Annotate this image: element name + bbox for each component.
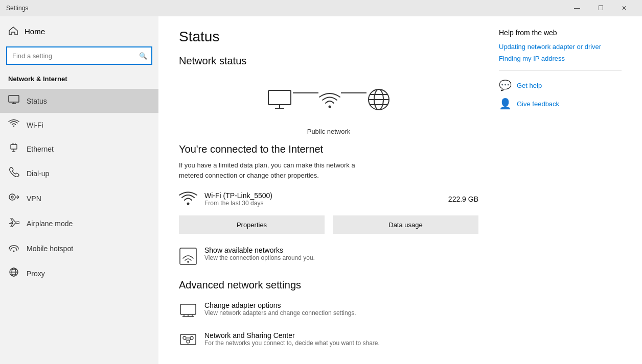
sidebar-item-dialup-label: Dial-up xyxy=(27,169,49,178)
svg-point-23 xyxy=(329,106,331,108)
help-title: Help from the web xyxy=(499,29,622,37)
proxy-nav-icon xyxy=(8,267,19,280)
sidebar-item-wifi-label: Wi-Fi xyxy=(27,121,43,129)
svg-point-29 xyxy=(187,203,190,205)
ethernet-nav-icon xyxy=(8,143,19,155)
adv-sharing-desc: For the networks you connect to, decide … xyxy=(204,339,380,347)
action-buttons: Properties Data usage xyxy=(179,215,478,234)
wifi-data: 222.9 GB xyxy=(448,195,478,203)
computer-icon xyxy=(266,89,293,111)
properties-button[interactable]: Properties xyxy=(179,215,325,234)
wifi-row-left: Wi-Fi (TP-Link_5500) From the last 30 da… xyxy=(179,190,272,207)
close-button[interactable]: ✕ xyxy=(612,0,636,16)
restore-button[interactable]: ❐ xyxy=(589,0,612,16)
show-networks-title: Show available networks xyxy=(204,246,315,254)
sidebar: Home 🔍 Network & Internet Status xyxy=(0,16,158,364)
show-networks-text: Show available networks View the connect… xyxy=(204,246,315,261)
page-title: Status xyxy=(179,29,478,45)
svg-point-39 xyxy=(190,336,193,339)
wifi-info: Wi-Fi (TP-Link_5500) From the last 30 da… xyxy=(204,191,272,207)
get-help-action[interactable]: 💬 Get help xyxy=(499,79,622,91)
status-icon xyxy=(8,95,19,107)
wifi-name: Wi-Fi (TP-Link_5500) xyxy=(204,191,272,200)
sidebar-item-wifi[interactable]: Wi-Fi xyxy=(0,113,158,137)
sidebar-item-ethernet-label: Ethernet xyxy=(27,145,54,153)
sidebar-item-dialup[interactable]: Dial-up xyxy=(0,161,158,186)
svg-line-43 xyxy=(189,339,191,341)
sidebar-item-vpn-label: VPN xyxy=(27,195,41,203)
search-input[interactable] xyxy=(6,46,152,65)
titlebar: Settings — ❐ ✕ xyxy=(0,0,642,16)
airplane-nav-icon xyxy=(8,217,19,230)
svg-point-38 xyxy=(183,336,186,339)
show-networks-desc: View the connection options around you. xyxy=(204,254,315,261)
globe-icon xyxy=(366,87,391,113)
sidebar-item-status-label: Status xyxy=(27,97,47,105)
svg-rect-32 xyxy=(180,304,196,314)
wifi-row: Wi-Fi (TP-Link_5500) From the last 30 da… xyxy=(179,190,478,207)
vpn-nav-icon xyxy=(8,192,19,205)
titlebar-controls: — ❐ ✕ xyxy=(565,0,636,16)
show-networks-icon xyxy=(179,247,197,267)
svg-point-31 xyxy=(187,261,189,263)
adv-item-sharing[interactable]: Network and Sharing Center For the netwo… xyxy=(179,331,478,351)
content-main: Status Network status xyxy=(179,29,478,352)
data-usage-button[interactable]: Data usage xyxy=(333,215,478,234)
titlebar-title: Settings xyxy=(6,5,28,12)
dialup-nav-icon xyxy=(8,167,19,180)
line-1 xyxy=(293,92,318,93)
home-label: Home xyxy=(25,27,45,36)
connected-title: You're connected to the Internet xyxy=(179,143,478,155)
sharing-icon xyxy=(179,331,197,351)
sidebar-item-home[interactable]: Home xyxy=(0,16,158,46)
minimize-button[interactable]: — xyxy=(565,0,589,16)
wifi-nav-icon xyxy=(8,119,19,131)
show-networks-option[interactable]: Show available networks View the connect… xyxy=(179,246,478,267)
content-aside: Help from the web Updating network adapt… xyxy=(499,29,622,352)
search-container: 🔍 xyxy=(0,46,158,71)
main-container: Home 🔍 Network & Internet Status xyxy=(0,16,642,364)
sidebar-item-airplane-label: Airplane mode xyxy=(27,220,73,228)
svg-rect-20 xyxy=(268,90,291,105)
help-link-adapter[interactable]: Updating network adapter or driver xyxy=(499,43,622,51)
help-link-ip[interactable]: Finding my IP address xyxy=(499,55,622,62)
get-help-label: Get help xyxy=(517,82,542,89)
home-icon xyxy=(8,26,18,37)
give-feedback-action[interactable]: 👤 Give feedback xyxy=(499,98,622,110)
give-feedback-icon: 👤 xyxy=(499,98,512,110)
adv-adapter-title: Change adapter options xyxy=(204,301,356,309)
svg-point-14 xyxy=(13,251,15,252)
sidebar-item-ethernet[interactable]: Ethernet xyxy=(0,137,158,161)
advanced-title: Advanced network settings xyxy=(179,279,478,291)
sidebar-item-status[interactable]: Status xyxy=(0,89,158,113)
content-area: Status Network status xyxy=(158,16,642,364)
wifi-row-icon xyxy=(179,190,197,207)
adv-item-adapter-text: Change adapter options View network adap… xyxy=(204,301,356,317)
line-2 xyxy=(341,92,366,93)
sidebar-item-proxy-label: Proxy xyxy=(27,270,45,278)
sidebar-item-proxy[interactable]: Proxy xyxy=(0,261,158,286)
sidebar-item-hotspot-label: Mobile hotspot xyxy=(27,245,73,253)
wifi-diagram-icon xyxy=(318,89,341,111)
aside-divider xyxy=(499,70,622,71)
adv-sharing-title: Network and Sharing Center xyxy=(204,331,380,339)
sidebar-item-hotspot[interactable]: Mobile hotspot xyxy=(0,236,158,261)
network-label: Public network xyxy=(179,128,478,135)
network-status-title: Network status xyxy=(179,55,478,67)
sidebar-item-airplane[interactable]: Airplane mode xyxy=(0,211,158,236)
network-diagram xyxy=(179,77,478,124)
adv-adapter-desc: View network adapters and change connect… xyxy=(204,309,356,317)
adapter-icon xyxy=(179,301,197,321)
svg-point-13 xyxy=(11,196,13,198)
hotspot-nav-icon xyxy=(8,242,19,255)
give-feedback-label: Give feedback xyxy=(517,100,559,108)
adv-item-adapter[interactable]: Change adapter options View network adap… xyxy=(179,301,478,321)
get-help-icon: 💬 xyxy=(499,79,512,91)
svg-line-42 xyxy=(186,339,188,341)
adv-item-sharing-text: Network and Sharing Center For the netwo… xyxy=(204,331,380,347)
svg-rect-3 xyxy=(11,144,17,149)
wifi-sub: From the last 30 days xyxy=(204,200,272,207)
sidebar-item-vpn[interactable]: VPN xyxy=(0,186,158,211)
connected-desc: If you have a limited data plan, you can… xyxy=(179,160,478,180)
svg-point-9 xyxy=(9,194,15,200)
